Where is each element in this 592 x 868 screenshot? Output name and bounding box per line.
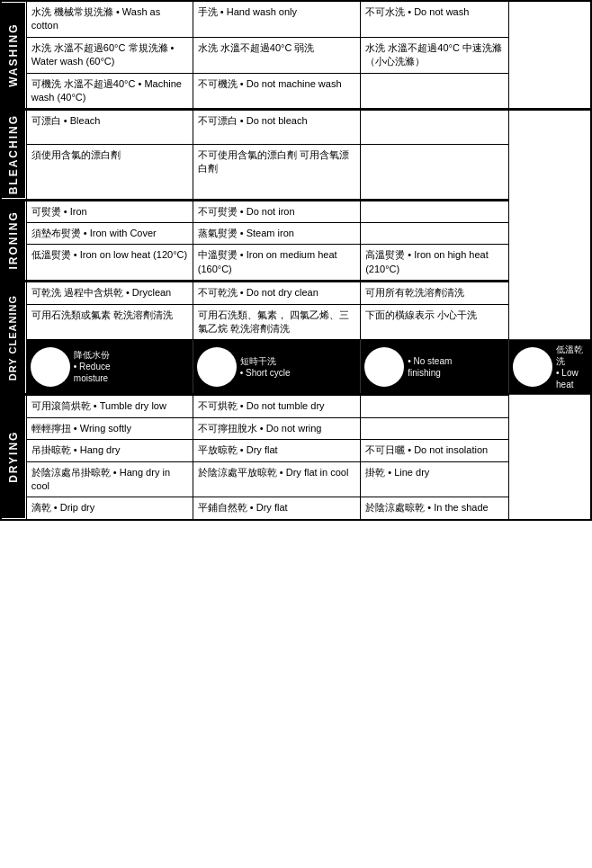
cell-dry-2: 不可乾洗 • Do not dry clean (193, 282, 360, 304)
cell-drying-13: 滴乾 • Drip dry (26, 497, 193, 520)
drycleaning-row-2: 可用石洗類或氟素 乾洗溶劑清洗 可用石洗類、氟素， 四氯乙烯、三氯乙烷 乾洗溶劑… (1, 304, 591, 340)
cell-iron-2: 不可熨燙 • Do not iron (193, 200, 360, 222)
drying-row-1: DRYING 可用滾筒烘乾 • Tumble dry low 不可烘乾 • Do… (1, 395, 591, 417)
circle-cell-3: • No steam finishing (361, 340, 509, 395)
washing-row-1: WASHING 水洗 機械常規洗滌 • Wash as cotton 手洗 • … (1, 1, 591, 37)
cell-iron-6 (361, 223, 509, 245)
washing-row-3: 可機洗 水溫不超過40°C • Machine wash (40°C) 不可機洗… (1, 73, 591, 110)
drying-row-5: 滴乾 • Drip dry 平鋪自然乾 • Dry flat 於陰涼處晾乾 • … (1, 497, 591, 520)
circle-row: 降低水份 • Reduce moisture 短時干洗 • Short cycl… (1, 340, 591, 395)
cell-drying-5: 不可擰扭脫水 • Do not wring (193, 417, 360, 439)
cell-wash-2: 手洗 • Hand wash only (193, 1, 360, 37)
cell-wash-4: 水洗 水溫不超過60°C 常規洗滌 • Water wash (60°C) (26, 37, 193, 73)
circle-cell-2: 短時干洗 • Short cycle (193, 340, 360, 395)
cell-bleach-1: 可漂白 • Bleach (26, 110, 193, 145)
cell-wash-9 (361, 73, 509, 110)
ironing-row-1: IRONING 可熨燙 • Iron 不可熨燙 • Do not iron (1, 200, 591, 222)
bleaching-header: BLEACHING (1, 110, 26, 200)
cell-wash-7: 可機洗 水溫不超過40°C • Machine wash (40°C) (26, 73, 193, 110)
cell-dry-6: 下面的橫線表示 小心干洗 (361, 304, 509, 340)
cell-dry-4: 可用石洗類或氟素 乾洗溶劑清洗 (26, 304, 193, 340)
bleaching-row-1: BLEACHING 可漂白 • Bleach 不可漂白 • Do not ble… (1, 110, 591, 145)
ironing-header: IRONING (1, 200, 26, 282)
ironing-row-3: 低溫熨燙 • Iron on low heat (120°C) 中溫熨燙 • I… (1, 245, 591, 282)
cell-bleach-4: 須使用含氯的漂白劑 (26, 144, 193, 200)
cell-drying-12: 掛乾 • Line dry (361, 461, 509, 497)
cell-dry-1: 可乾洗 過程中含烘乾 • Dryclean (26, 282, 193, 304)
cell-drying-6 (361, 417, 509, 439)
cell-wash-6: 水洗 水溫不超過40°C 中速洗滌（小心洗滌） (361, 37, 509, 73)
cell-drying-15: 於陰涼處晾乾 • In the shade (361, 497, 509, 520)
cell-iron-4: 須墊布熨燙 • Iron with Cover (26, 223, 193, 245)
cell-iron-5: 蒸氣熨燙 • Steam iron (193, 223, 360, 245)
cell-bleach-3 (361, 110, 509, 145)
cell-drying-10: 於陰涼處吊掛晾乾 • Hang dry in cool (26, 461, 193, 497)
cell-iron-8: 中溫熨燙 • Iron on medium heat (160°C) (193, 245, 360, 282)
cell-wash-5: 水洗 水溫不超過40°C 弱洗 (193, 37, 360, 73)
cell-iron-3 (361, 200, 509, 222)
cell-dry-5: 可用石洗類、氟素， 四氯乙烯、三氯乙烷 乾洗溶劑清洗 (193, 304, 360, 340)
drying-row-2: 輕輕擰扭 • Wring softly 不可擰扭脫水 • Do not wrin… (1, 417, 591, 439)
drying-header: DRYING (1, 395, 26, 520)
care-symbols-table: WASHING 水洗 機械常規洗滌 • Wash as cotton 手洗 • … (0, 0, 592, 521)
cell-wash-8: 不可機洗 • Do not machine wash (193, 73, 360, 110)
cell-drying-9: 不可日曬 • Do not insolation (361, 440, 509, 461)
drycleaning-header: DRY CLEANING (1, 282, 26, 395)
cell-drying-14: 平鋪自然乾 • Dry flat (193, 497, 360, 520)
washing-row-2: 水洗 水溫不超過60°C 常規洗滌 • Water wash (60°C) 水洗… (1, 37, 591, 73)
cell-iron-7: 低溫熨燙 • Iron on low heat (120°C) (26, 245, 193, 282)
circle-cell-1: 降低水份 • Reduce moisture (26, 340, 193, 395)
drycleaning-row-1: DRY CLEANING 可乾洗 過程中含烘乾 • Dryclean 不可乾洗 … (1, 282, 591, 304)
cell-iron-9: 高溫熨燙 • Iron on high heat (210°C) (361, 245, 509, 282)
cell-bleach-5: 不可使用含氯的漂白劑 可用含氧漂白劑 (193, 144, 360, 200)
cell-drying-3 (361, 395, 509, 417)
cell-drying-2: 不可烘乾 • Do not tumble dry (193, 395, 360, 417)
drying-row-3: 吊掛晾乾 • Hang dry 平放晾乾 • Dry flat 不可日曬 • D… (1, 440, 591, 461)
cell-drying-4: 輕輕擰扭 • Wring softly (26, 417, 193, 439)
washing-header: WASHING (1, 1, 26, 110)
circle-cell-4: 低溫乾洗 • Low heat (509, 340, 591, 395)
cell-wash-1: 水洗 機械常規洗滌 • Wash as cotton (26, 1, 193, 37)
bleaching-row-2: 須使用含氯的漂白劑 不可使用含氯的漂白劑 可用含氧漂白劑 (1, 144, 591, 200)
cell-drying-1: 可用滾筒烘乾 • Tumble dry low (26, 395, 193, 417)
cell-bleach-2: 不可漂白 • Do not bleach (193, 110, 360, 145)
cell-bleach-6 (361, 144, 509, 200)
cell-drying-8: 平放晾乾 • Dry flat (193, 440, 360, 461)
cell-drying-7: 吊掛晾乾 • Hang dry (26, 440, 193, 461)
drying-row-4: 於陰涼處吊掛晾乾 • Hang dry in cool 於陰涼處平放晾乾 • D… (1, 461, 591, 497)
cell-iron-1: 可熨燙 • Iron (26, 200, 193, 222)
cell-wash-3: 不可水洗 • Do not wash (361, 1, 509, 37)
ironing-row-2: 須墊布熨燙 • Iron with Cover 蒸氣熨燙 • Steam iro… (1, 223, 591, 245)
cell-drying-11: 於陰涼處平放晾乾 • Dry flat in cool (193, 461, 360, 497)
cell-dry-3: 可用所有乾洗溶劑清洗 (361, 282, 509, 304)
